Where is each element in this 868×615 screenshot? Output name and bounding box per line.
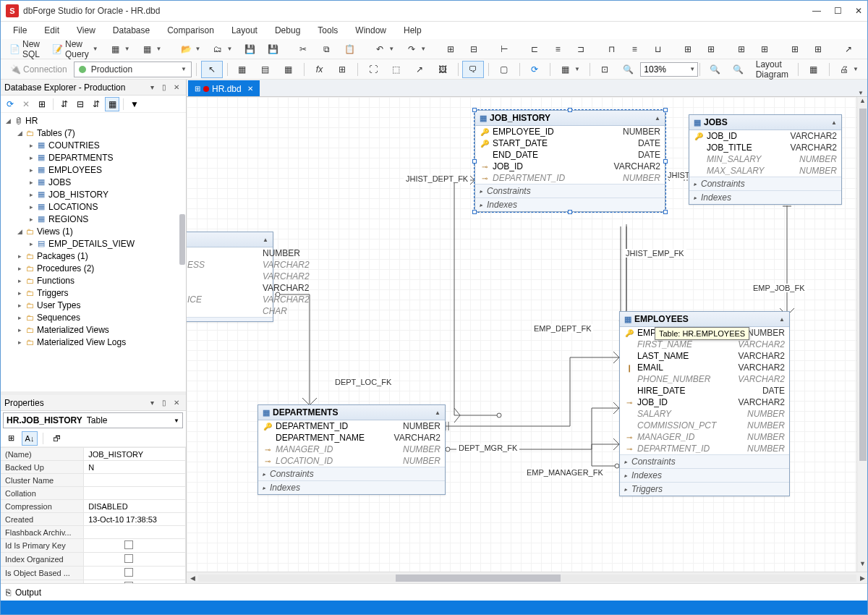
prop-sort-categorized[interactable]: ⊞ — [3, 431, 19, 446]
zoom-out-button[interactable]: 🔍 — [728, 61, 749, 78]
pointer-tool-button[interactable]: ↖ — [201, 61, 223, 78]
cut-button[interactable]: ✂ — [292, 41, 314, 58]
panel-close-button[interactable]: ✕ — [171, 398, 182, 408]
entity-job-history[interactable]: ▦JOB_HISTORY▲ 🔑EMPLOYEE_IDNUMBER🔑START_D… — [475, 110, 665, 212]
property-row[interactable]: Created13-Oct-10 17:38:53 — [1, 513, 186, 526]
entity-departments[interactable]: ▦DEPARTMENTS▲ 🔑DEPARTMENT_IDNUMBERDEPART… — [258, 404, 446, 495]
property-row[interactable]: Index Organized — [1, 553, 186, 567]
entity-column[interactable]: 🔑JOB_IDVARCHAR2 — [689, 130, 841, 142]
canvas-vscrollbar[interactable]: ▲▼ — [856, 97, 868, 572]
tb-btn[interactable]: ▦▼ — [555, 61, 585, 78]
tb-btn[interactable]: 🖨▼ — [833, 61, 864, 78]
entity-column[interactable]: FIRST_NAMEVARCHAR2 — [620, 339, 789, 350]
zoom-button[interactable]: 🔍 — [617, 61, 639, 78]
menu-help[interactable]: Help — [396, 23, 429, 38]
close-button[interactable]: ✕ — [855, 6, 862, 16]
menu-layout[interactable]: Layout — [224, 23, 265, 38]
property-row[interactable]: CompressionDISABLED — [1, 500, 186, 513]
tree-table-node[interactable]: ▸▦JOBS — [26, 176, 186, 188]
copy-button[interactable]: ⧉ — [315, 41, 337, 58]
tb-btn[interactable]: ↗ — [838, 41, 859, 58]
tb-btn[interactable]: ↗ — [409, 61, 430, 78]
entity-column[interactable]: MIN_SALARYNUMBER — [689, 153, 841, 165]
database-tree[interactable]: ◢🛢HR ◢🗀Tables (7) ▸▦COUNTRIES▸▦DEPARTMEN… — [0, 113, 186, 391]
tb-btn[interactable]: ⊟ — [73, 97, 88, 111]
tree-folder-node[interactable]: ▸🗀Functions — [14, 274, 186, 287]
entity-jobs[interactable]: ▦JOBS▲ 🔑JOB_IDVARCHAR2JOB_TITLEVARCHAR2M… — [689, 114, 842, 205]
entity-column[interactable]: ⊸LOCATION_IDNUMBER — [258, 455, 445, 467]
tree-table-node[interactable]: ▸▦LOCATIONS — [26, 200, 186, 213]
tb-btn[interactable]: ▦ — [278, 61, 299, 78]
tb-btn[interactable]: ▦ — [803, 61, 825, 78]
align-right-button[interactable]: ⊐ — [570, 41, 592, 58]
tb-btn[interactable]: ⊞ — [35, 97, 49, 111]
entity-column[interactable]: LAST_NAMEVARCHAR2 — [620, 350, 789, 362]
panel-pin-button[interactable]: ▯ — [159, 398, 169, 408]
properties-object-selector[interactable]: HR.JOB_HISTORY Table ▼ — [3, 412, 183, 428]
tb-btn[interactable]: ⊞ — [440, 41, 461, 58]
entity-column[interactable]: JOB_TITLEVARCHAR2 — [689, 142, 841, 153]
tree-folder-node[interactable]: ▸🗀Materialized View Logs — [14, 336, 186, 348]
tb-btn[interactable]: ⊞ — [700, 41, 722, 58]
redo-button[interactable]: ↷▼ — [401, 41, 431, 58]
save-all-button[interactable]: 💾 — [262, 41, 284, 58]
property-row[interactable]: Flashback Archiv... — [1, 526, 186, 539]
tree-folder-node[interactable]: ▸🗀User Types — [14, 299, 186, 311]
tree-table-node[interactable]: ▸▦DEPARTMENTS — [26, 151, 186, 164]
panel-close-button[interactable]: ✕ — [171, 82, 182, 93]
tb-btn[interactable]: ⊟ — [463, 41, 485, 58]
entity-partial[interactable]: ▲ NUMBERESSVARCHAR2VARCHAR2VARCHAR2ICEVA… — [187, 232, 273, 322]
tb-btn-active[interactable]: ▦ — [105, 97, 119, 111]
tb-btn[interactable]: ⊞ — [754, 41, 775, 58]
entity-column[interactable]: VARCHAR2 — [187, 271, 273, 282]
entity-column[interactable]: ESSVARCHAR2 — [187, 259, 273, 271]
tab-close-button[interactable]: ✕ — [247, 85, 253, 93]
tree-scrollbar[interactable] — [179, 214, 185, 265]
tree-table-node[interactable]: ▸▦COUNTRIES — [26, 139, 186, 151]
property-row[interactable]: Collation — [1, 487, 186, 500]
entity-section[interactable]: ▸Constraints — [258, 467, 445, 480]
entity-column[interactable]: NUMBER — [187, 247, 273, 259]
entity-column[interactable]: HIRE_DATEDATE — [620, 385, 789, 396]
entity-column[interactable]: 🔑DEPARTMENT_IDNUMBER — [258, 420, 445, 432]
align-left-button[interactable]: ⊏ — [524, 41, 545, 58]
save-button[interactable]: 💾 — [239, 41, 260, 58]
entity-column[interactable]: SALARYNUMBER — [620, 408, 789, 420]
tree-table-node[interactable]: ▸▦REGIONS — [26, 213, 186, 225]
open-button[interactable]: 📂▼ — [175, 41, 205, 58]
tb-btn[interactable]: fx — [308, 61, 330, 78]
maximize-button[interactable]: ☐ — [834, 6, 842, 16]
tb-btn[interactable]: 🗂▼ — [207, 41, 237, 58]
panel-pin-button[interactable]: ▯ — [159, 82, 169, 93]
tb-btn[interactable]: ⛶ — [362, 61, 384, 78]
minimize-button[interactable]: — — [812, 6, 821, 16]
align-middle-button[interactable]: ≡ — [624, 41, 645, 58]
panel-menu-button[interactable]: ▾ — [147, 82, 157, 93]
properties-grid[interactable]: (Name)JOB_HISTORYBacked UpNCluster NameC… — [0, 447, 186, 583]
refresh-tree-button[interactable]: ⟳ — [3, 97, 17, 111]
rel-label-emp-job[interactable]: EMP_JOB_FK — [751, 284, 807, 292]
layout-diagram-button[interactable]: Layout Diagram — [751, 56, 793, 82]
tb-btn[interactable]: ⊞ — [677, 41, 699, 58]
align-bottom-button[interactable]: ⊔ — [647, 41, 668, 58]
menu-debug[interactable]: Debug — [268, 23, 307, 38]
tb-btn[interactable]: ▦▼ — [105, 41, 135, 58]
entity-section[interactable]: ▸Indexes — [689, 190, 841, 204]
entity-column[interactable]: ⊸MANAGER_IDNUMBER — [258, 444, 445, 455]
entity-column[interactable]: PHONE_NUMBERVARCHAR2 — [620, 373, 789, 385]
tree-views-folder[interactable]: ◢🗀Views (1) — [14, 225, 186, 237]
tree-folder-node[interactable]: ▸🗀Sequences — [14, 311, 186, 323]
entity-column[interactable]: ⊸DEPARTMENT_IDNUMBER — [475, 172, 665, 184]
zoom-in-button[interactable]: 🔍 — [705, 61, 726, 78]
new-sql-button[interactable]: 📄New SQL — [4, 36, 46, 62]
output-tab[interactable]: ⎘ Output — [0, 583, 868, 601]
undo-button[interactable]: ↶▼ — [369, 41, 399, 58]
tb-btn[interactable]: ▢ — [493, 61, 515, 78]
tree-db-node[interactable]: ◢🛢HR — [3, 114, 186, 127]
canvas-hscrollbar[interactable]: ◀▶ — [187, 572, 868, 583]
panel-menu-button[interactable]: ▾ — [147, 398, 157, 408]
entity-column[interactable]: CHAR — [187, 305, 273, 317]
tree-folder-node[interactable]: ▸🗀Procedures (2) — [14, 262, 186, 274]
checkbox[interactable] — [124, 568, 133, 577]
tree-folder-node[interactable]: ▸🗀Triggers — [14, 287, 186, 299]
